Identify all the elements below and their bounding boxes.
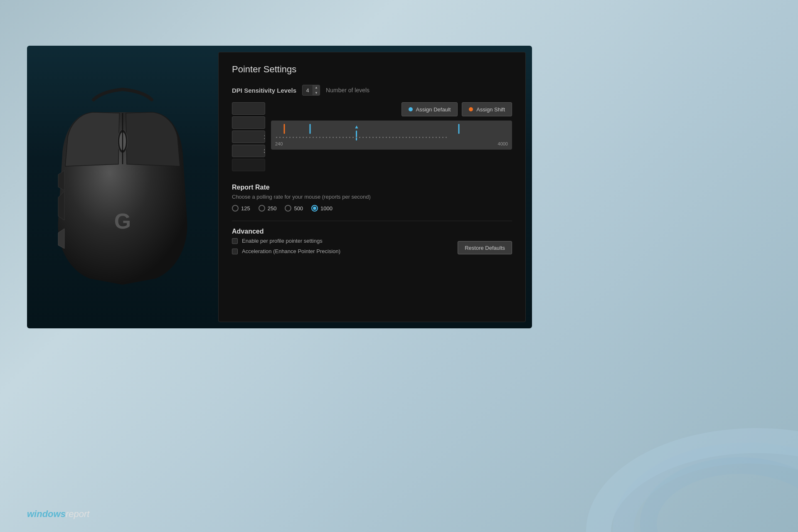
dpi-number-control[interactable]: 4 ▲ ▼ bbox=[302, 85, 320, 96]
radio-125-label: 125 bbox=[241, 205, 250, 212]
checkbox-acceleration-box bbox=[232, 249, 238, 254]
radio-1000-label: 1000 bbox=[320, 205, 332, 212]
num-levels-label: Number of levels bbox=[326, 87, 369, 94]
dpi-level-1-input[interactable] bbox=[232, 106, 265, 112]
advanced-section: Advanced Enable per profile pointer sett… bbox=[232, 221, 512, 254]
dpi-body: ▲ ▼ ▲ ▼ bbox=[232, 102, 512, 171]
dpi-inputs: ▲ ▼ ▲ ▼ bbox=[232, 102, 265, 171]
dpi-marker-3: ▲ bbox=[354, 124, 359, 140]
dpi-chart-dots bbox=[276, 137, 447, 138]
checkbox-per-profile-label: Enable per profile pointer settings bbox=[242, 238, 323, 244]
report-rate-title: Report Rate bbox=[232, 184, 512, 191]
radio-250-outer bbox=[259, 205, 265, 212]
dpi-level-5-row: ▲ ▼ bbox=[232, 159, 265, 171]
mouse-illustration: G bbox=[52, 87, 193, 287]
dpi-section-label: DPI Sensitivity Levels bbox=[232, 87, 296, 94]
radio-500-label: 500 bbox=[294, 205, 303, 212]
radio-500[interactable]: 500 bbox=[285, 205, 303, 212]
checkbox-acceleration[interactable]: Acceleration (Enhance Pointer Precision) bbox=[232, 248, 340, 254]
checkbox-per-profile-box bbox=[232, 238, 238, 244]
radio-1000-inner bbox=[313, 207, 316, 210]
dpi-level-3-input[interactable] bbox=[232, 134, 265, 140]
dpi-right: Assign Default Assign Shift bbox=[271, 102, 512, 171]
dpi-chart-max-label: 4000 bbox=[498, 141, 508, 146]
advanced-title: Advanced bbox=[232, 228, 512, 235]
dpi-level-5-input bbox=[232, 162, 265, 168]
dpi-chart-labels: 240 4000 bbox=[275, 140, 508, 147]
assign-default-label: Assign Default bbox=[416, 106, 451, 113]
dpi-marker-2 bbox=[310, 124, 311, 134]
dpi-level-4-input[interactable] bbox=[232, 148, 265, 154]
dpi-section: DPI Sensitivity Levels 4 ▲ ▼ Number of l… bbox=[232, 85, 512, 171]
settings-title: Pointer Settings bbox=[232, 64, 512, 75]
radio-250[interactable]: 250 bbox=[259, 205, 277, 212]
dpi-header: DPI Sensitivity Levels 4 ▲ ▼ Number of l… bbox=[232, 85, 512, 96]
report-rate-section: Report Rate Choose a polling rate for yo… bbox=[232, 180, 512, 212]
watermark-report: report bbox=[66, 509, 89, 520]
dpi-level-2-input[interactable] bbox=[232, 120, 265, 126]
svg-text:G: G bbox=[114, 209, 131, 233]
app-window: G Pointer Settings DPI Sensitivity Level… bbox=[27, 46, 532, 328]
restore-defaults-button[interactable]: Restore Defaults bbox=[458, 241, 512, 254]
dpi-markers: ▲ bbox=[275, 124, 508, 140]
assign-shift-button[interactable]: Assign Shift bbox=[462, 102, 512, 116]
radio-1000[interactable]: 1000 bbox=[311, 205, 332, 212]
advanced-row: Enable per profile pointer settings Acce… bbox=[232, 238, 512, 254]
dpi-number-up-arrow[interactable]: ▲ bbox=[313, 85, 320, 90]
assign-shift-icon bbox=[469, 107, 473, 111]
dpi-marker-4 bbox=[458, 124, 460, 134]
mouse-image-area: G bbox=[27, 46, 218, 328]
settings-panel: Pointer Settings DPI Sensitivity Levels … bbox=[218, 52, 526, 322]
report-rate-description: Choose a polling rate for your mouse (re… bbox=[232, 194, 512, 200]
dpi-marker-1 bbox=[284, 124, 285, 134]
radio-1000-outer bbox=[311, 205, 318, 212]
watermark-windows: windows bbox=[27, 509, 66, 520]
bg-swoosh-decoration bbox=[507, 324, 798, 532]
radio-500-outer bbox=[285, 205, 291, 212]
checkbox-acceleration-label: Acceleration (Enhance Pointer Precision) bbox=[242, 248, 340, 254]
radio-125[interactable]: 125 bbox=[232, 205, 250, 212]
checkbox-per-profile[interactable]: Enable per profile pointer settings bbox=[232, 238, 340, 244]
dpi-chart-inner: ▲ bbox=[275, 124, 508, 140]
radio-250-label: 250 bbox=[268, 205, 277, 212]
dpi-number-value: 4 bbox=[303, 87, 313, 94]
dpi-level-1-row[interactable]: ▲ ▼ bbox=[232, 102, 265, 115]
assign-default-icon bbox=[409, 107, 413, 111]
svg-point-2 bbox=[648, 466, 798, 532]
assign-default-button[interactable]: Assign Default bbox=[401, 102, 458, 116]
dpi-chart-min-label: 240 bbox=[275, 141, 283, 146]
radio-125-outer bbox=[232, 205, 239, 212]
report-rate-radio-group: 125 250 500 1000 bbox=[232, 205, 512, 212]
dpi-level-4-row[interactable]: ▲ ▼ bbox=[232, 145, 265, 157]
watermark: windows report bbox=[27, 509, 89, 520]
dpi-buttons: Assign Default Assign Shift bbox=[271, 102, 512, 116]
dpi-number-down-arrow[interactable]: ▼ bbox=[313, 90, 320, 96]
assign-shift-label: Assign Shift bbox=[476, 106, 505, 113]
dpi-level-3-row[interactable]: ▲ ▼ bbox=[232, 131, 265, 143]
advanced-checkboxes: Enable per profile pointer settings Acce… bbox=[232, 238, 340, 254]
dpi-level-2-row[interactable]: ▲ ▼ bbox=[232, 116, 265, 129]
dpi-number-arrows: ▲ ▼ bbox=[313, 85, 320, 96]
dpi-chart: ▲ bbox=[271, 121, 512, 150]
